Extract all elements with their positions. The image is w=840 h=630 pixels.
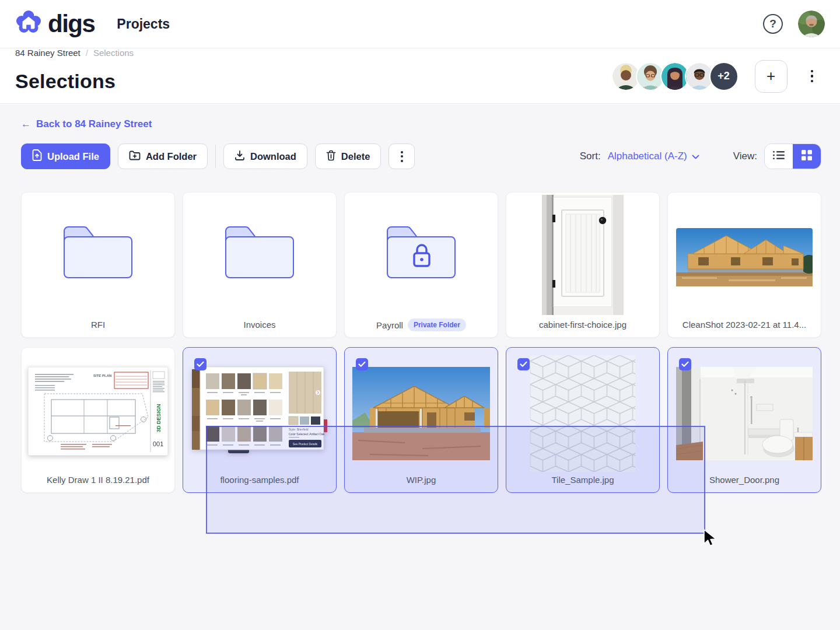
card-cleanshot-image[interactable]: CleanShot 2023-02-21 at 11.4...: [667, 192, 821, 338]
card-invoices-folder[interactable]: Invoices: [183, 192, 337, 338]
help-icon[interactable]: ?: [763, 14, 783, 34]
file-name: CleanShot 2023-02-21 at 11.4...: [671, 320, 817, 330]
svg-text:3D DESIGN: 3D DESIGN: [156, 404, 162, 432]
app-logo[interactable]: digs: [15, 9, 94, 38]
svg-text:001: 001: [153, 440, 163, 447]
sort-label: Sort:: [580, 150, 601, 162]
folder-icon: [183, 192, 336, 312]
folder-icon: [22, 192, 174, 312]
drag-selection-rectangle: [206, 426, 705, 534]
file-name: Kelly Draw 1 II 8.19.21.pdf: [25, 475, 171, 485]
top-navigation-bar: digs Projects ?: [0, 0, 840, 48]
breadcrumb-parent[interactable]: 84 Rainey Street: [15, 48, 80, 58]
list-view-icon: [773, 150, 785, 162]
upload-file-button[interactable]: Upload File: [21, 144, 110, 169]
back-link[interactable]: ← Back to 84 Rainey Street: [21, 118, 152, 130]
toolbar-divider: [215, 145, 216, 168]
locked-folder-icon: [345, 192, 498, 312]
selection-checkbox[interactable]: [356, 358, 368, 370]
page-header-actions: +2 +: [611, 60, 840, 93]
list-view-button[interactable]: [765, 144, 793, 169]
site-plan-thumbnail: SITE PLAN 3D DESIGN 001: [28, 367, 168, 456]
private-folder-badge: Private Folder: [408, 318, 466, 331]
svg-text:SITE PLAN: SITE PLAN: [93, 374, 111, 377]
file-name: Payroll: [376, 320, 403, 330]
upload-file-icon: [32, 149, 42, 163]
trash-icon: [326, 150, 336, 163]
breadcrumb-separator: /: [86, 48, 88, 58]
file-name: RFI: [25, 320, 171, 330]
add-folder-icon: [129, 150, 141, 163]
breadcrumb: 84 Rainey Street / Selections: [15, 48, 134, 58]
current-user-avatar[interactable]: [798, 10, 825, 37]
delete-button[interactable]: Delete: [315, 144, 382, 169]
toolbar-overflow-menu-button[interactable]: [388, 144, 415, 169]
sort-view-controls: Sort: Alphabetical (A-Z) View:: [580, 144, 821, 169]
view-label: View:: [733, 150, 757, 162]
file-name: cabinet-first-choice.jpg: [510, 320, 656, 330]
topbar-actions: ?: [763, 10, 825, 37]
download-button[interactable]: Download: [223, 144, 307, 169]
page-title: Selections: [15, 71, 134, 91]
selection-checkbox[interactable]: [194, 358, 206, 370]
logo-wordmark: digs: [48, 12, 94, 36]
cabinet-thumbnail: [542, 195, 624, 315]
view-toggle: [764, 144, 821, 169]
download-icon: [235, 150, 245, 163]
card-kelly-draw-pdf[interactable]: SITE PLAN 3D DESIGN 001: [21, 347, 175, 493]
content-area: ← Back to 84 Rainey Street Upload File A…: [0, 104, 840, 630]
kebab-icon: [401, 151, 403, 162]
card-rfi-folder[interactable]: RFI: [21, 192, 175, 338]
nav-section-title[interactable]: Projects: [117, 16, 170, 32]
file-toolbar: Upload File Add Folder Download Delete: [21, 144, 821, 169]
add-collaborator-button[interactable]: +: [755, 60, 788, 93]
chevron-down-icon: [692, 150, 699, 162]
card-payroll-private-folder[interactable]: Payroll Private Folder: [344, 192, 498, 338]
collaborator-overflow-badge[interactable]: +2: [709, 62, 738, 91]
framing-photo-thumbnail: [676, 228, 813, 286]
grid-view-button[interactable]: [793, 144, 821, 169]
page-header-left: 84 Rainey Street / Selections Selections: [0, 48, 134, 104]
add-folder-button[interactable]: Add Folder: [118, 144, 208, 169]
digs-cloud-logo-icon: [15, 9, 42, 38]
collaborator-avatar-stack[interactable]: +2: [611, 62, 738, 91]
selection-checkbox[interactable]: [517, 358, 530, 370]
page-header: 84 Rainey Street / Selections Selections: [0, 49, 840, 104]
page-overflow-menu-icon[interactable]: [807, 66, 817, 86]
card-cabinet-image[interactable]: cabinet-first-choice.jpg: [506, 192, 660, 338]
app-window: digs Projects ?: [0, 0, 840, 630]
breadcrumb-current: Selections: [93, 48, 134, 58]
back-arrow-icon: ←: [21, 118, 31, 130]
grid-view-icon: [802, 150, 812, 163]
sort-dropdown[interactable]: Alphabetical (A-Z): [608, 150, 699, 162]
selection-checkbox[interactable]: [679, 358, 691, 370]
file-name: Invoices: [187, 320, 332, 330]
